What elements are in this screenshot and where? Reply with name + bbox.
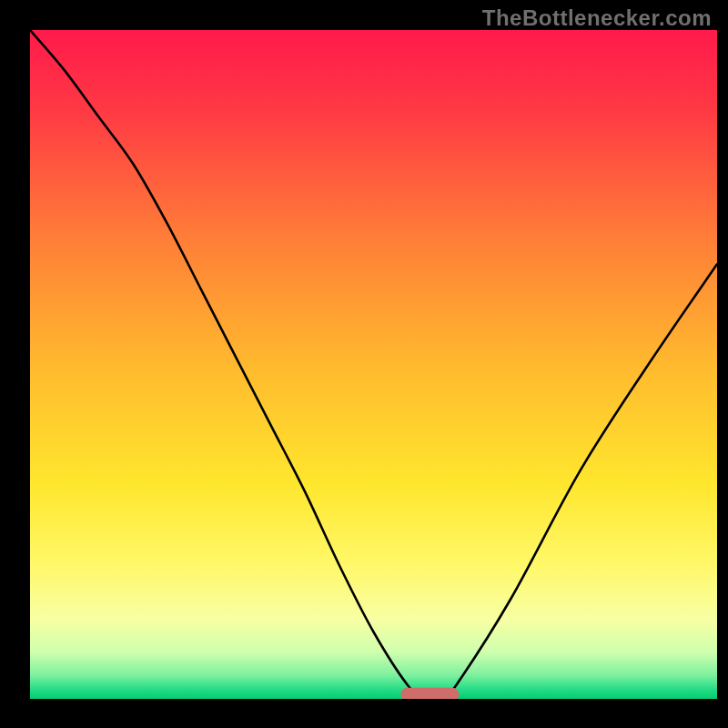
left-border <box>0 0 30 728</box>
watermark-text: TheBottlenecker.com <box>482 5 712 31</box>
optimal-marker <box>400 688 459 701</box>
bottom-border <box>0 699 728 728</box>
right-border <box>717 0 728 728</box>
bottleneck-chart <box>0 0 728 728</box>
chart-frame: TheBottlenecker.com <box>0 0 728 728</box>
plot-background <box>30 30 717 699</box>
